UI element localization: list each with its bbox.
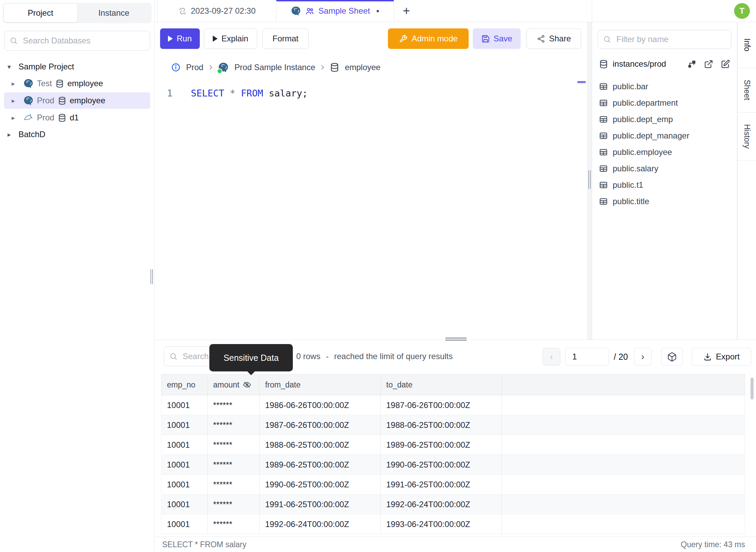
filter-field[interactable] bbox=[598, 30, 731, 49]
sql-line[interactable]: 1 SELECT * FROM salary; bbox=[155, 87, 592, 100]
panel-resize-gutter[interactable] bbox=[587, 22, 592, 340]
cell-from-date[interactable]: 1988-06-25T00:00:00Z bbox=[260, 435, 381, 455]
table-row[interactable]: 10001 ****** 1987-06-26T00:00:00Z 1988-0… bbox=[161, 415, 745, 435]
tab-project[interactable]: Project bbox=[4, 4, 77, 22]
breadcrumb-environment[interactable]: Prod bbox=[186, 63, 204, 72]
search-databases-input[interactable] bbox=[22, 36, 145, 46]
cell-amount-masked[interactable]: ****** bbox=[208, 475, 260, 494]
run-button[interactable]: Run bbox=[160, 28, 200, 49]
tree-item-prod-employee[interactable]: ▸ Prod employee bbox=[4, 92, 150, 109]
cell-from-date[interactable]: 1992-06-24T00:00:00Z bbox=[260, 514, 381, 534]
filter-input[interactable] bbox=[616, 34, 726, 44]
cell-emp-no[interactable]: 10001 bbox=[161, 455, 208, 474]
cell-to-date[interactable]: 1990-06-25T00:00:00Z bbox=[381, 455, 502, 474]
tree-item-batchd[interactable]: ▸ BatchD bbox=[0, 127, 154, 142]
eye-off-icon[interactable] bbox=[243, 380, 251, 389]
cell-amount-masked[interactable]: ****** bbox=[208, 415, 260, 435]
table-row[interactable]: 10001 ****** 1991-06-25T00:00:00Z 1992-0… bbox=[161, 495, 745, 514]
edit-icon[interactable] bbox=[721, 60, 730, 69]
cell-to-date[interactable]: 1989-06-25T00:00:00Z bbox=[381, 435, 502, 455]
explain-button[interactable]: Explain bbox=[204, 28, 257, 49]
cell-emp-no[interactable]: 10001 bbox=[161, 415, 208, 435]
schema-table-item[interactable]: public.employee bbox=[592, 144, 737, 160]
external-link-icon[interactable] bbox=[704, 60, 713, 69]
caret-right-icon[interactable]: ▸ bbox=[12, 97, 20, 105]
schema-table-item[interactable]: public.title bbox=[592, 193, 737, 210]
sql-editor[interactable]: 1 SELECT * FROM salary; bbox=[155, 78, 592, 100]
schema-table-label: public.dept_emp bbox=[613, 115, 673, 124]
format-button[interactable]: Format bbox=[262, 28, 309, 49]
cell-amount-masked[interactable]: ****** bbox=[208, 395, 260, 415]
panel-resize-handle[interactable] bbox=[590, 170, 591, 189]
user-avatar[interactable]: T bbox=[734, 3, 750, 19]
cell-to-date[interactable]: 1993-06-24T00:00:00Z bbox=[381, 514, 502, 534]
tab-history[interactable]: History bbox=[738, 113, 756, 160]
sheet-tab-history[interactable]: 2023-09-27 02:30 bbox=[157, 0, 276, 22]
new-tab-button[interactable]: + bbox=[398, 0, 415, 22]
cell-to-date[interactable]: 1987-06-26T00:00:00Z bbox=[381, 395, 502, 415]
search-databases-field[interactable] bbox=[4, 31, 150, 51]
breadcrumb-database[interactable]: employee bbox=[345, 63, 380, 72]
export-button[interactable]: Export bbox=[692, 348, 751, 366]
cell-from-date[interactable]: 1991-06-25T00:00:00Z bbox=[260, 495, 381, 514]
table-row[interactable]: 10001 ****** 1988-06-25T00:00:00Z 1989-0… bbox=[161, 435, 745, 455]
table-row[interactable]: 10001 ****** 1989-06-25T00:00:00Z 1990-0… bbox=[161, 455, 745, 475]
schema-table-item[interactable]: public.t1 bbox=[592, 177, 737, 193]
tree-item-test-employee[interactable]: ▸ Test employee bbox=[4, 75, 150, 92]
schema-table-item[interactable]: public.department bbox=[592, 95, 737, 111]
cell-amount-masked[interactable]: ****** bbox=[208, 435, 260, 455]
result-options-button[interactable] bbox=[661, 348, 683, 366]
cell-amount-masked[interactable]: ****** bbox=[208, 514, 260, 534]
sidebar-resize-handle[interactable] bbox=[151, 269, 151, 284]
cell-to-date[interactable]: 1992-06-24T00:00:00Z bbox=[381, 495, 502, 514]
cell-emp-no[interactable]: 10001 bbox=[161, 495, 208, 514]
cell-amount-masked[interactable]: ****** bbox=[208, 455, 260, 474]
share-button[interactable]: Share bbox=[526, 28, 581, 49]
schema-table-item[interactable]: public.salary bbox=[592, 160, 737, 177]
cell-emp-no[interactable]: 10001 bbox=[161, 514, 208, 534]
tree-item-project[interactable]: ▾ Sample Project bbox=[0, 59, 154, 75]
schema-table-item[interactable]: public.bar bbox=[592, 78, 737, 95]
results-resize-handle[interactable] bbox=[445, 340, 467, 341]
caret-right-icon[interactable]: ▸ bbox=[12, 80, 20, 88]
table-row[interactable]: 10001 ****** 1990-06-25T00:00:00Z 1991-0… bbox=[161, 475, 745, 495]
tab-instance[interactable]: Instance bbox=[77, 4, 151, 22]
sidebar-resize-handle[interactable] bbox=[152, 269, 153, 284]
caret-right-icon[interactable]: ▸ bbox=[8, 131, 16, 139]
cell-emp-no[interactable]: 10001 bbox=[161, 395, 208, 415]
cell-to-date[interactable]: 1988-06-25T00:00:00Z bbox=[381, 415, 502, 435]
cell-from-date[interactable]: 1990-06-25T00:00:00Z bbox=[260, 475, 381, 494]
column-header-to-date[interactable]: to_date bbox=[381, 374, 502, 395]
schema-table-item[interactable]: public.dept_emp bbox=[592, 111, 737, 128]
next-page-button[interactable]: › bbox=[634, 348, 652, 366]
cell-from-date[interactable]: 1987-06-26T00:00:00Z bbox=[260, 415, 381, 435]
prev-page-button[interactable]: ‹ bbox=[543, 348, 560, 366]
caret-down-icon[interactable]: ▾ bbox=[8, 63, 16, 71]
page-number-input[interactable] bbox=[565, 348, 609, 366]
results-scrollbar[interactable] bbox=[751, 378, 754, 399]
cell-from-date[interactable]: 1986-06-26T00:00:00Z bbox=[260, 395, 381, 415]
results-resize-handle[interactable] bbox=[445, 338, 467, 339]
tab-info[interactable]: Info bbox=[738, 22, 756, 68]
tab-sheet[interactable]: Sheet bbox=[738, 68, 756, 113]
save-button[interactable]: Save bbox=[473, 28, 521, 49]
cell-emp-no[interactable]: 10001 bbox=[161, 475, 208, 494]
cell-emp-no[interactable]: 10001 bbox=[161, 435, 208, 455]
column-header-amount[interactable]: amount bbox=[208, 374, 260, 395]
sheet-tab-active[interactable]: Sample Sheet ● bbox=[276, 0, 394, 22]
table-row[interactable]: 10001 ****** 1986-06-26T00:00:00Z 1987-0… bbox=[161, 395, 745, 415]
column-header-from-date[interactable]: from_date bbox=[260, 374, 381, 395]
schema-diagram-icon[interactable] bbox=[687, 60, 696, 69]
breadcrumb-instance[interactable]: Prod Sample Instance bbox=[234, 63, 315, 72]
cell-to-date[interactable]: 1991-06-25T00:00:00Z bbox=[381, 475, 502, 494]
schema-table-item[interactable]: public.dept_manager bbox=[592, 128, 737, 144]
column-header-emp-no[interactable]: emp_no bbox=[161, 374, 208, 395]
panel-resize-handle[interactable] bbox=[588, 170, 589, 189]
table-row[interactable]: 10001 ****** 1992-06-24T00:00:00Z 1993-0… bbox=[161, 514, 745, 534]
tree-item-prod-d1[interactable]: ▸ Prod d1 bbox=[4, 109, 150, 126]
info-icon[interactable] bbox=[171, 63, 181, 72]
caret-right-icon[interactable]: ▸ bbox=[12, 114, 20, 122]
admin-mode-button[interactable]: Admin mode bbox=[388, 28, 469, 49]
cell-from-date[interactable]: 1989-06-25T00:00:00Z bbox=[260, 455, 381, 474]
cell-amount-masked[interactable]: ****** bbox=[208, 495, 260, 514]
